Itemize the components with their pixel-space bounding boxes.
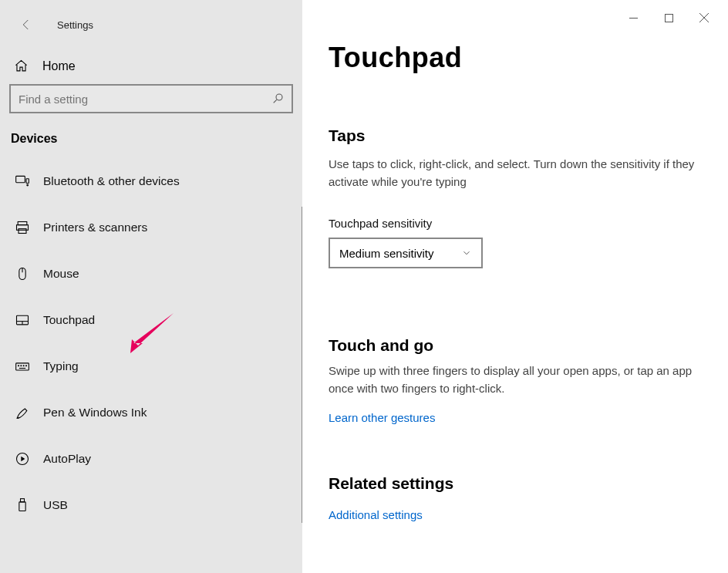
sidebar-item-label: Touchpad (43, 313, 95, 327)
learn-gestures-link[interactable]: Learn other gestures (329, 411, 435, 424)
sidebar-item-pen[interactable]: Pen & Windows Ink (0, 389, 302, 436)
svg-rect-4 (18, 222, 27, 225)
svg-point-15 (23, 366, 24, 366)
svg-point-0 (276, 94, 282, 100)
home-icon (14, 59, 29, 73)
search-container (0, 84, 302, 132)
home-button[interactable]: Home (0, 40, 302, 84)
sidebar-item-label: Mouse (43, 267, 79, 281)
sidebar-item-label: Typing (43, 359, 79, 373)
maximize-button[interactable] (651, 6, 686, 29)
sidebar-item-label: Bluetooth & other devices (43, 174, 180, 188)
mouse-icon (14, 266, 31, 281)
sidebar-section-header: Devices (0, 132, 302, 158)
sidebar-item-bluetooth[interactable]: Bluetooth & other devices (0, 158, 302, 204)
taps-heading: Taps (329, 126, 713, 145)
svg-rect-19 (21, 499, 25, 502)
page-title: Touchpad (329, 42, 713, 74)
sidebar-item-label: USB (43, 498, 68, 512)
window-title: Settings (57, 19, 93, 31)
touchpad-icon (14, 312, 31, 328)
pen-icon (14, 405, 31, 420)
bluetooth-icon (14, 174, 31, 189)
sidebar: Settings Home Devices Bluetooth & other … (0, 0, 302, 573)
svg-rect-2 (26, 179, 29, 184)
svg-point-13 (19, 366, 19, 366)
sidebar-item-printers[interactable]: Printers & scanners (0, 204, 302, 251)
titlebar: Settings (0, 9, 302, 40)
sidebar-item-touchpad[interactable]: Touchpad (0, 297, 302, 343)
search-icon (271, 93, 284, 105)
sidebar-item-label: Printers & scanners (43, 221, 147, 234)
usb-icon (14, 497, 31, 513)
touch-and-go-description: Swipe up with three fingers to display a… (329, 362, 713, 397)
home-label: Home (42, 59, 76, 73)
sidebar-item-label: AutoPlay (43, 452, 91, 466)
sidebar-item-mouse[interactable]: Mouse (0, 251, 302, 297)
sidebar-item-autoplay[interactable]: AutoPlay (0, 436, 302, 482)
printer-icon (14, 220, 31, 235)
svg-point-14 (21, 366, 22, 366)
additional-settings-link[interactable]: Additional settings (329, 508, 423, 521)
sensitivity-dropdown[interactable]: Medium sensitivity (329, 238, 483, 268)
svg-rect-20 (19, 502, 25, 511)
keyboard-icon (14, 359, 31, 374)
window-controls (615, 6, 722, 29)
touch-and-go-heading: Touch and go (329, 336, 713, 355)
search-input[interactable] (19, 93, 271, 106)
sensitivity-label: Touchpad sensitivity (329, 217, 713, 230)
svg-rect-22 (665, 14, 672, 22)
svg-point-3 (27, 184, 29, 186)
sidebar-item-typing[interactable]: Typing (0, 343, 302, 389)
sensitivity-value: Medium sensitivity (339, 247, 434, 260)
taps-description: Use taps to click, right-click, and sele… (329, 156, 713, 190)
minimize-button[interactable] (615, 6, 651, 29)
back-icon[interactable] (14, 12, 39, 37)
autoplay-icon (14, 451, 31, 467)
main-content: Touchpad Taps Use taps to click, right-c… (302, 0, 728, 573)
svg-rect-6 (19, 229, 26, 234)
related-settings-heading: Related settings (329, 474, 713, 493)
sidebar-item-label: Pen & Windows Ink (43, 406, 147, 420)
chevron-down-icon (461, 248, 472, 258)
svg-point-16 (26, 366, 27, 366)
svg-rect-12 (16, 363, 29, 370)
close-button[interactable] (686, 6, 722, 29)
sidebar-item-usb[interactable]: USB (0, 482, 302, 528)
search-box[interactable] (9, 84, 293, 113)
svg-rect-1 (16, 176, 25, 182)
